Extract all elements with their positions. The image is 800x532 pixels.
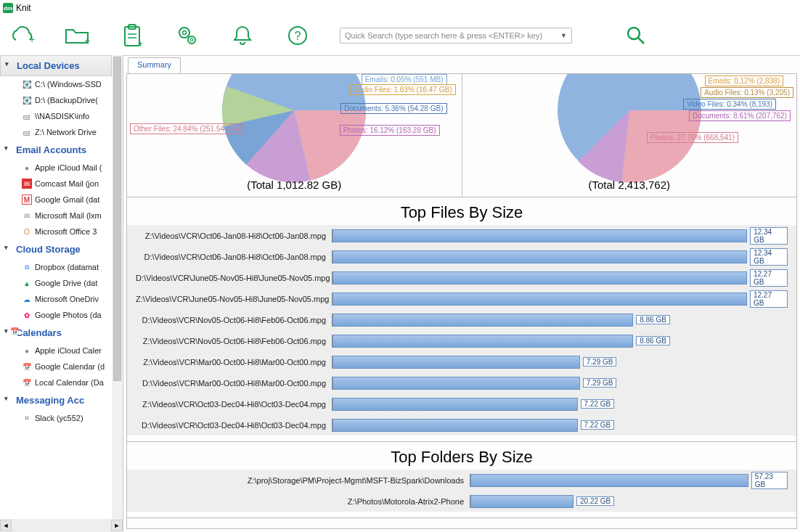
sidebar-item-label: Apple iCloud Caler: [35, 346, 102, 355]
bar-row: D:\Videos\VCR\Oct06-Jan08-Hi8\Oct06-Jan0…: [127, 246, 796, 267]
comcast-icon: ✉: [22, 179, 32, 189]
sidebar-section-local-devices[interactable]: ▾Local Devices: [0, 55, 112, 76]
scroll-right-icon[interactable]: ►: [111, 520, 123, 531]
nas-icon: 🖴: [22, 127, 32, 137]
svg-text:+: +: [84, 35, 90, 46]
sidebar-item-label: C:\ (Windows-SSD: [35, 80, 102, 89]
bar-row: D:\Videos\VCR\June05-Nov05-Hi8\June05-No…: [127, 267, 796, 288]
bar-label: D:\Videos\VCR\Oct06-Jan08-Hi8\Oct06-Jan0…: [136, 253, 332, 261]
sidebar-item[interactable]: ⌗Slack (yc552): [0, 410, 112, 426]
svg-point-9: [188, 36, 195, 44]
pie-total-count: (Total 2,413,762): [462, 174, 797, 195]
sidebar-item[interactable]: MGoogle Gmail (dat: [0, 192, 112, 208]
chart-legend: Other Files: 24.84% (251.54 GB): [130, 123, 243, 134]
sidebar-item[interactable]: ●Apple iCloud Caler: [0, 343, 112, 359]
search-placeholder: Quick Search (type search here & press <…: [345, 31, 542, 40]
sidebar-horizontal-scrollbar[interactable]: ◄ ►: [0, 519, 123, 532]
bell-icon[interactable]: [229, 22, 256, 49]
sidebar-item[interactable]: 📅Local Calendar (Da: [0, 375, 112, 390]
chevron-down-icon[interactable]: ▼: [560, 32, 567, 39]
bar-label: D:\Videos\VCR\Oct03-Dec04-Hi8\Oct03-Dec0…: [136, 421, 332, 430]
sidebar-item-label: \\NASDISK\info: [35, 112, 89, 120]
sidebar-item[interactable]: 💽C:\ (Windows-SSD: [0, 76, 112, 92]
bar-fill: [470, 474, 748, 487]
sidebar-item-label: Google Drive (dat: [35, 279, 97, 287]
bar-row: Z:\Videos\VCR\June05-Nov05-Hi8\June05-No…: [127, 288, 796, 309]
chart-legend: Photos: 16.12% (163.28 GB): [340, 125, 440, 136]
bar-value: 7.29 GB: [583, 378, 617, 388]
sidebar-item-label: Z:\ Network Drive: [35, 128, 97, 136]
sidebar-item[interactable]: ▲Google Drive (dat: [0, 275, 112, 291]
bar-fill: [332, 419, 578, 432]
bar-value: 7.29 GB: [583, 357, 617, 367]
sidebar-item[interactable]: 🖴\\NASDISK\info: [0, 108, 112, 124]
tab-summary[interactable]: Summary: [128, 57, 181, 73]
onedrive-icon: ☁: [22, 294, 32, 304]
folder-add-icon[interactable]: +: [64, 22, 90, 49]
sidebar-section-messaging-acc[interactable]: ▾Messaging Acc: [0, 390, 112, 410]
sidebar-item-label: D:\ (BackupDrive(: [35, 96, 98, 105]
bar-fill: [332, 271, 747, 285]
sidebar-section-calendars[interactable]: ▾📅Calendars: [0, 323, 112, 343]
sidebar-vertical-scrollbar[interactable]: [112, 55, 123, 519]
bar-fill: [332, 229, 747, 242]
search-input[interactable]: Quick Search (type search here & press <…: [340, 28, 572, 44]
dropbox-icon: ⧈: [22, 262, 32, 272]
bar-row: Z:\Photos\Motorola-Atrix2-Phone20.22 GB: [127, 491, 796, 512]
bar-value: 20.22 GB: [576, 496, 614, 506]
tab-strip: Summary: [123, 56, 800, 73]
bar-fill: [470, 495, 574, 508]
bar-row: Z:\Videos\VCR\Oct03-Dec04-Hi8\Oct03-Dec0…: [127, 393, 796, 414]
sidebar-section-cloud-storage[interactable]: ▾Cloud Storage: [0, 240, 112, 259]
sidebar-item[interactable]: ⧈Dropbox (datamat: [0, 259, 112, 275]
office-icon: O: [22, 226, 32, 237]
bar-fill: [332, 292, 747, 306]
chart-legend: Audio Files: 1.63% (16.47 GB): [350, 84, 455, 95]
caret-down-icon: ▾: [5, 60, 9, 67]
sidebar-item[interactable]: 🖴Z:\ Network Drive: [0, 124, 112, 140]
sidebar-item[interactable]: OMicrosoft Office 3: [0, 224, 112, 240]
gphotos-icon: ✿: [22, 310, 32, 320]
sidebar-item[interactable]: ✉Comcast Mail (jon: [0, 176, 112, 192]
toolbar: + + + ? Quick Search (type search here &…: [0, 16, 800, 55]
bar-fill: [332, 250, 747, 263]
search-icon[interactable]: [623, 22, 649, 49]
bar-value: 57.23 GB: [751, 472, 788, 489]
bar-row: Z:\Videos\VCR\Oct06-Jan08-Hi8\Oct06-Jan0…: [127, 225, 796, 246]
svg-point-7: [179, 28, 189, 38]
bar-value: 7.22 GB: [581, 420, 615, 430]
bar-label: Z:\Photos\Motorola-Atrix2-Phone: [136, 497, 470, 506]
chart-legend: Emails: 0.12% (2,838): [705, 75, 783, 86]
clipboard-icon[interactable]: +: [119, 22, 145, 49]
sidebar-item[interactable]: ☁Microsoft OneDriv: [0, 291, 112, 307]
sidebar-item[interactable]: ✉Microsoft Mail (lxm: [0, 208, 112, 224]
sidebar: ▾Local Devices💽C:\ (Windows-SSD💽D:\ (Bac…: [0, 55, 123, 532]
sidebar-item[interactable]: ✿Google Photos (da: [0, 307, 112, 323]
cloud-add-icon[interactable]: +: [9, 22, 35, 49]
sidebar-item-label: Local Calendar (Da: [35, 378, 104, 387]
scroll-left-icon[interactable]: ◄: [0, 520, 12, 531]
bar-label: D:\Videos\VCR\June05-Nov05-Hi8\June05-No…: [136, 274, 332, 282]
gear-icon[interactable]: [174, 22, 200, 49]
sidebar-item-label: Microsoft OneDriv: [35, 295, 99, 303]
svg-point-10: [190, 38, 193, 41]
drive-icon: 💽: [22, 95, 32, 105]
sidebar-item[interactable]: ●Apple iCloud Mail (: [0, 160, 112, 176]
bar-fill: [332, 314, 633, 327]
sidebar-item[interactable]: 📅Google Calendar (d: [0, 359, 112, 375]
sidebar-item[interactable]: 💽D:\ (BackupDrive(: [0, 92, 112, 108]
sidebar-section-email-accounts[interactable]: ▾Email Accounts: [0, 140, 112, 160]
help-icon[interactable]: ?: [285, 22, 311, 49]
apple-icon: ●: [22, 345, 32, 356]
bar-label: D:\Videos\VCR\Nov05-Oct06-Hi8\Feb06-Oct0…: [136, 316, 332, 324]
top-files-chart: Top Files By Size Z:\Videos\VCR\Oct06-Ja…: [127, 197, 796, 442]
bar-value: 12.34 GB: [750, 227, 788, 245]
bar-label: D:\Videos\VCR\Mar00-Oct00-Hi8\Mar00-Oct0…: [136, 379, 332, 388]
sidebar-item-label: Slack (yc552): [35, 414, 83, 422]
bar-value: 8.86 GB: [636, 336, 670, 345]
sidebar-item-label: Google Photos (da: [35, 311, 102, 319]
bar-label: Z:\Videos\VCR\Oct06-Jan08-Hi8\Oct06-Jan0…: [136, 232, 332, 240]
sidebar-item-label: Apple iCloud Mail (: [35, 163, 102, 172]
svg-point-13: [628, 28, 640, 39]
content-area: Summary Emails: 0.05% (551 MB)Audio File…: [123, 55, 800, 532]
